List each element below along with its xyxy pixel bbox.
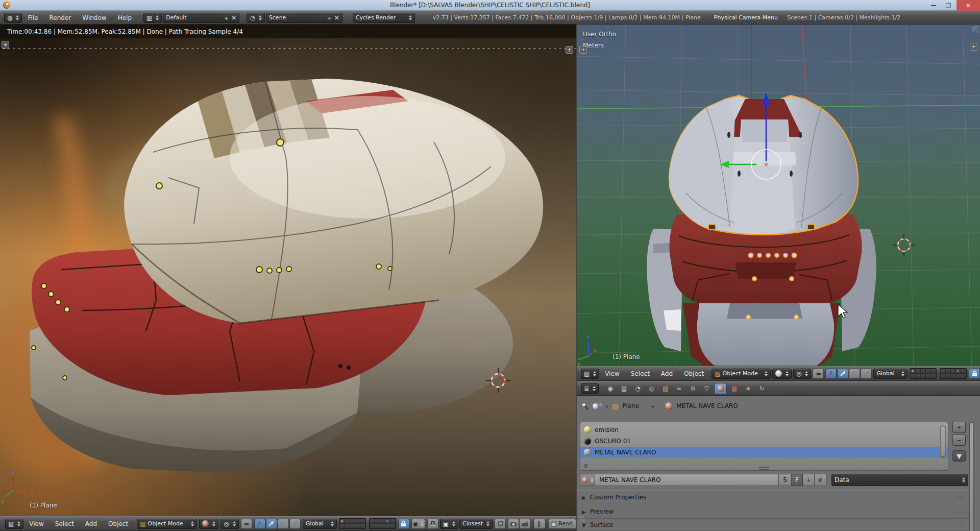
menu-object[interactable]: Object [103, 520, 134, 527]
delete-layout-icon[interactable]: ✕ [231, 15, 236, 21]
tab-constraints[interactable]: ∞ [673, 383, 685, 394]
render-pause-button[interactable]: ‖ [533, 519, 546, 529]
tab-modifiers[interactable]: ⚙ [687, 383, 699, 394]
material-slot-row-selected[interactable]: METAL NAVE CLARO [580, 447, 948, 458]
layers-widget[interactable] [910, 368, 967, 379]
viewport-shading-selector[interactable] [772, 369, 792, 379]
add-scene-icon[interactable]: ＋ [326, 15, 332, 21]
addon-menu-label[interactable]: Physical Camera Menu [714, 14, 778, 21]
material-slot-row[interactable]: OSCURO 01 [580, 436, 948, 447]
menu-render[interactable]: Render [44, 14, 77, 21]
restore-button[interactable] [942, 0, 955, 11]
viewport-shading-selector[interactable] [199, 519, 218, 529]
menu-window[interactable]: Window [77, 14, 112, 21]
translate-manipulator-button[interactable] [266, 519, 277, 529]
screen-layout-selector[interactable]: Default ＋ ✕ [163, 13, 239, 23]
mode-selector[interactable]: ▧ Object Mode [137, 519, 197, 529]
transform-orientation-selector[interactable]: Global [303, 519, 337, 529]
tab-particles[interactable]: ∗ [742, 383, 754, 394]
breadcrumb-material[interactable]: METAL NAVE CLARO [676, 402, 738, 409]
scene-selector[interactable]: Scene ＋ ✕ [266, 13, 342, 23]
rotate-manipulator-button[interactable] [278, 519, 289, 529]
tab-object[interactable]: ▧ [659, 383, 672, 394]
menu-select[interactable]: Select [50, 520, 80, 527]
panel-custom-properties[interactable]: Custom Properties ∷∷ [577, 490, 969, 504]
solid-viewport[interactable]: z y x User Ortho Meters (1) Plane + + [577, 25, 980, 366]
list-resize-handle[interactable] [759, 467, 769, 470]
tab-material[interactable] [714, 383, 727, 394]
scene-icon-button[interactable]: ◔ [247, 13, 264, 23]
pivot-point-selector[interactable]: ◎ [220, 519, 238, 529]
pin-icon[interactable] [581, 402, 589, 410]
scene-lock-button[interactable] [398, 519, 409, 529]
menu-select[interactable]: Select [625, 370, 655, 377]
panel-drag-dots-icon[interactable]: ∷∷ [955, 522, 964, 528]
mode-selector[interactable]: ▧ Object Mode [712, 369, 771, 379]
panel-preview[interactable]: Preview ∷∷ [577, 504, 969, 519]
list-expand-icon[interactable]: ⊕ [583, 463, 588, 469]
manipulator-toggle[interactable]: ⇔ [813, 369, 824, 379]
snap-target-selector[interactable]: Closest [459, 519, 493, 529]
new-material-button[interactable]: ＋ [803, 474, 815, 486]
material-slot-row[interactable]: emision [580, 424, 948, 436]
minimize-button[interactable] [926, 0, 941, 11]
menu-object[interactable]: Object [678, 370, 709, 377]
area-corner-grip[interactable] [972, 26, 979, 33]
scale-manipulator-button[interactable] [861, 369, 872, 379]
remove-slot-button[interactable]: − [952, 435, 966, 446]
tab-world[interactable]: ◍ [645, 383, 658, 394]
menu-view[interactable]: View [23, 520, 49, 527]
layers-widget[interactable] [339, 518, 396, 529]
slot-specials-menu-button[interactable]: ▼ [952, 450, 966, 462]
properties-scrollbar[interactable] [969, 422, 974, 531]
rendered-viewport[interactable]: z x y Time:00:43.86 | Mem:52.85M, Peak:5… [0, 25, 576, 516]
tab-render-layers[interactable]: ▤ [618, 383, 630, 394]
scale-manipulator-button[interactable] [289, 519, 301, 529]
snap-element-selector[interactable]: ▣ [440, 519, 458, 529]
panel-surface[interactable]: Surface ∷∷ [577, 519, 969, 531]
editor-type-3dview-button[interactable]: ▧ [5, 519, 23, 529]
material-users-count[interactable]: 5 [779, 474, 792, 486]
snap-self-toggle[interactable] [495, 519, 506, 529]
expand-properties-shelf-icon[interactable]: + [970, 43, 977, 51]
panel-drag-dots-icon[interactable]: ∷∷ [955, 494, 964, 501]
scene-lock-button[interactable] [969, 369, 980, 379]
menu-add[interactable]: Add [80, 520, 103, 527]
material-link-selector[interactable]: Data [831, 474, 968, 486]
tab-physics[interactable]: ↻ [755, 383, 768, 394]
delete-scene-icon[interactable]: ✕ [334, 15, 339, 21]
fake-user-button[interactable]: F [792, 474, 803, 486]
editor-type-info-button[interactable]: ◍ [4, 13, 22, 23]
tab-scene[interactable]: ◔ [631, 383, 644, 394]
menu-file[interactable]: File [22, 14, 43, 21]
material-name-field[interactable]: METAL NAVE CLARO [595, 474, 779, 486]
screen-layout-icon-button[interactable]: ▥ [143, 13, 162, 23]
rotate-manipulator-button[interactable] [849, 369, 860, 379]
manipulator-axes-button[interactable] [254, 519, 265, 529]
opengl-render-image-button[interactable] [508, 519, 519, 529]
transform-orientation-selector[interactable]: Global [873, 369, 908, 379]
translate-manipulator-button[interactable] [837, 369, 848, 379]
menu-add[interactable]: Add [655, 370, 678, 377]
manipulator-axes-button[interactable] [825, 369, 837, 379]
snap-toggle[interactable] [427, 519, 438, 529]
menu-help[interactable]: Help [112, 14, 137, 21]
panel-drag-dots-icon[interactable]: ∷∷ [955, 509, 964, 515]
proportional-edit-selector[interactable]: ◉ [411, 519, 425, 529]
editor-type-3dview-button[interactable]: ▧ [581, 369, 599, 379]
expand-properties-shelf-icon[interactable]: + [566, 46, 573, 54]
slot-list-scrollbar[interactable] [940, 425, 946, 458]
area-corner-grip[interactable] [578, 516, 585, 523]
render-image-button[interactable]: Rend [549, 519, 576, 529]
editor-type-properties-button[interactable]: ≣ [581, 383, 599, 394]
manipulator-toggle[interactable]: ⇔ [241, 519, 252, 529]
tab-object-data[interactable]: ▽ [700, 383, 713, 394]
pivot-point-selector[interactable]: ◎ [793, 369, 811, 379]
expand-toolshelf-icon[interactable]: + [2, 41, 9, 49]
close-button[interactable] [957, 0, 980, 11]
browse-material-button[interactable] [580, 474, 595, 486]
render-engine-selector[interactable]: Cycles Render [353, 13, 415, 23]
tab-texture[interactable]: ▩ [728, 383, 741, 394]
opengl-render-animation-button[interactable] [519, 519, 530, 529]
menu-view[interactable]: View [599, 370, 625, 377]
